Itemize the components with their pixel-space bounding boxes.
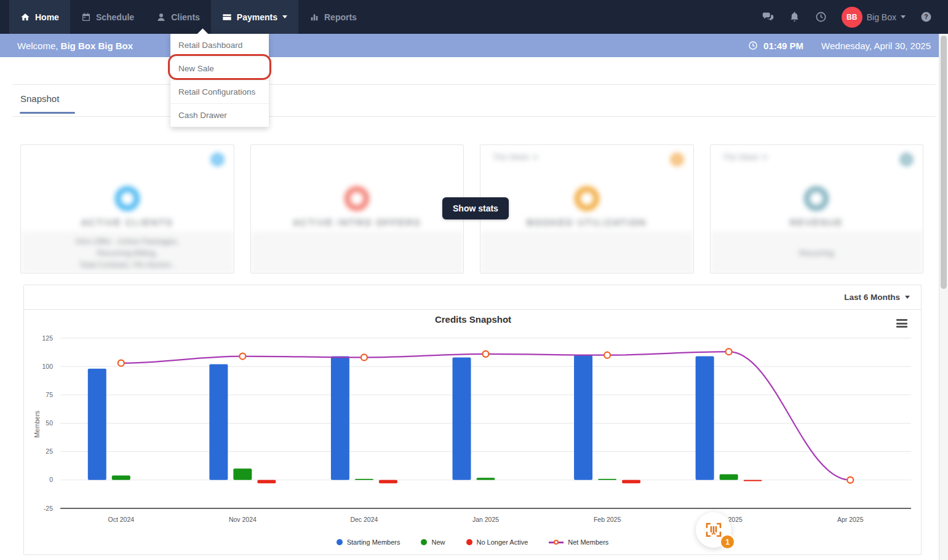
chevron-down-icon xyxy=(905,296,910,299)
legend-new[interactable]: New xyxy=(421,538,445,546)
barcode-icon xyxy=(704,520,723,540)
avatar: BB xyxy=(842,7,862,28)
home-icon xyxy=(20,12,30,22)
history-clock-icon[interactable] xyxy=(815,11,827,23)
chevron-down-icon xyxy=(901,15,906,18)
credits-snapshot-chart: Credits Snapshot Members 1251007550250-2… xyxy=(24,310,922,533)
nav-label: Home xyxy=(35,12,59,22)
show-stats-button[interactable]: Show stats xyxy=(442,197,509,219)
svg-text:Jan 2025: Jan 2025 xyxy=(472,516,499,523)
chevron-down-icon xyxy=(533,156,538,159)
menu-item-retail-dashboard[interactable]: Retail Dashboard xyxy=(170,34,269,57)
scrollbar-track[interactable] xyxy=(939,34,948,560)
user-menu[interactable]: BB Big Box xyxy=(842,7,906,28)
gear-icon[interactable] xyxy=(898,151,915,170)
tab-active-underline xyxy=(20,112,75,114)
legend-starting-members[interactable]: Starting Members xyxy=(337,538,400,546)
barcode-scanner-button[interactable]: 1 xyxy=(696,512,731,548)
tab-snapshot[interactable]: Snapshot xyxy=(20,93,59,104)
stat-card-footer xyxy=(251,231,464,274)
legend-dot xyxy=(421,539,427,545)
welcome-bar: Welcome, Big Box Big Box 01:49 PM Wednes… xyxy=(0,34,948,57)
stat-card-title: REVENUE xyxy=(790,217,843,227)
credits-snapshot-panel: Last 6 Months Credits Snapshot Members 1… xyxy=(23,285,922,555)
nav-item-schedule[interactable]: Schedule xyxy=(70,0,145,34)
stat-card-title: BOOKED UTILIZATION xyxy=(527,217,647,227)
stat-card-revenue[interactable]: This Week REVENUE Recurring xyxy=(710,144,924,274)
range-selector-label: Last 6 Months xyxy=(844,293,900,302)
clock-icon xyxy=(748,41,758,50)
legend-dot xyxy=(466,539,472,545)
credit-card-icon xyxy=(222,12,232,22)
donut-icon xyxy=(804,186,829,211)
svg-text:50: 50 xyxy=(46,419,53,427)
svg-text:Apr 2025: Apr 2025 xyxy=(837,516,864,523)
chart-legend: Starting Members New No Longer Active Ne… xyxy=(24,538,921,546)
bar-chart-icon xyxy=(309,12,319,22)
current-date: Wednesday, April 30, 2025 xyxy=(821,41,931,51)
svg-text:Feb 2025: Feb 2025 xyxy=(594,516,621,523)
y-axis-title: Members xyxy=(33,411,41,438)
stat-card-footer: Intro Offer , Active Packages, Recurring… xyxy=(21,231,234,274)
user-name: Big Box xyxy=(867,12,896,22)
payments-dropdown-menu: Retail Dashboard New Sale Retail Configu… xyxy=(170,34,269,127)
svg-text:Dec 2024: Dec 2024 xyxy=(350,516,378,523)
person-icon xyxy=(156,12,166,22)
calendar-icon xyxy=(81,12,91,22)
menu-item-new-sale[interactable]: New Sale xyxy=(170,57,269,81)
nav-item-clients[interactable]: Clients xyxy=(145,0,211,34)
legend-dot xyxy=(337,539,343,545)
nav-label: Payments xyxy=(237,12,277,22)
donut-icon xyxy=(115,186,140,211)
stat-card-booked-utilization[interactable]: This Week BOOKED UTILIZATION xyxy=(480,144,694,274)
menu-item-retail-configurations[interactable]: Retail Configurations xyxy=(170,81,269,104)
welcome-text: Welcome, Big Box Big Box xyxy=(17,41,133,51)
svg-text:0: 0 xyxy=(49,476,53,483)
notifications-bell-icon[interactable] xyxy=(789,11,800,23)
svg-text:25: 25 xyxy=(46,448,53,455)
nav-item-payments[interactable]: Payments xyxy=(211,0,298,34)
stat-card-active-clients[interactable]: ACTIVE CLIENTS Intro Offer , Active Pack… xyxy=(20,144,234,274)
chevron-down-icon xyxy=(282,15,287,18)
stat-card-title: ACTIVE INTRO OFFERS xyxy=(293,217,421,227)
current-time: 01:49 PM xyxy=(763,41,803,51)
stat-card-footer: Recurring xyxy=(711,231,923,274)
stat-card-title: ACTIVE CLIENTS xyxy=(81,217,173,227)
legend-no-longer-active[interactable]: No Longer Active xyxy=(466,538,528,546)
nav-label: Reports xyxy=(324,12,357,22)
donut-icon xyxy=(575,186,599,211)
gear-icon[interactable] xyxy=(669,151,685,170)
svg-text:100: 100 xyxy=(42,363,53,370)
menu-item-cash-drawer[interactable]: Cash Drawer xyxy=(170,104,269,127)
donut-icon xyxy=(345,186,369,211)
nav-label: Clients xyxy=(171,12,200,22)
chart-title: Credits Snapshot xyxy=(435,314,511,325)
legend-net-members[interactable]: Net Members xyxy=(549,538,608,546)
messages-icon[interactable] xyxy=(762,11,774,23)
nav-label: Schedule xyxy=(96,12,134,22)
svg-text:Nov 2024: Nov 2024 xyxy=(229,516,257,523)
top-navbar: Home Schedule Clients Payments Reports B… xyxy=(0,0,948,34)
nav-item-home[interactable]: Home xyxy=(9,0,70,34)
svg-text:?: ? xyxy=(924,14,928,20)
gear-icon[interactable] xyxy=(209,151,226,170)
period-selector[interactable]: This Week xyxy=(723,153,768,162)
svg-text:125: 125 xyxy=(42,334,53,342)
tabs-row: Snapshot xyxy=(12,84,936,117)
svg-text:Oct 2024: Oct 2024 xyxy=(108,516,134,523)
stat-card-active-intro-offers[interactable]: ACTIVE INTRO OFFERS xyxy=(250,144,464,274)
scrollbar-thumb[interactable] xyxy=(941,36,947,289)
welcome-user-name: Big Box Big Box xyxy=(61,41,133,51)
nav-item-reports[interactable]: Reports xyxy=(298,0,368,34)
stat-card-footer xyxy=(480,231,693,274)
range-selector[interactable]: Last 6 Months xyxy=(24,285,921,310)
scanner-badge: 1 xyxy=(720,534,735,550)
help-icon[interactable]: ? xyxy=(920,11,932,23)
svg-text:-25: -25 xyxy=(44,505,53,512)
legend-line-marker xyxy=(549,538,564,546)
period-selector[interactable]: This Week xyxy=(493,153,538,162)
chevron-down-icon xyxy=(762,156,767,159)
svg-text:75: 75 xyxy=(46,391,53,398)
